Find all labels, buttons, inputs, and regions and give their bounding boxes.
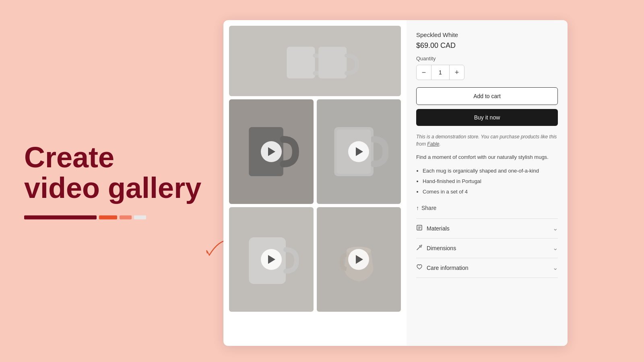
- dimensions-icon: [416, 244, 423, 252]
- progress-seg-3: [120, 216, 132, 220]
- quantity-value: 1: [431, 65, 450, 80]
- play-triangle-3: [268, 255, 275, 264]
- accordion-dimensions-left: Dimensions: [416, 244, 456, 252]
- add-to-cart-button[interactable]: Add to cart: [416, 87, 558, 105]
- play-triangle-1: [268, 147, 275, 156]
- dimensions-label: Dimensions: [427, 245, 456, 251]
- accordion-care: Care information ⌄: [416, 258, 558, 278]
- svg-rect-1: [318, 47, 347, 79]
- care-icon: [416, 264, 423, 272]
- product-description: Find a moment of comfort with our natura…: [416, 153, 558, 161]
- progress-seg-1: [24, 216, 97, 220]
- play-button-3[interactable]: [261, 249, 282, 270]
- share-button[interactable]: ↑ Share: [416, 205, 436, 211]
- heading-line2: video gallery: [24, 172, 201, 204]
- materials-label: Materials: [427, 225, 450, 232]
- product-variant: Speckled White: [416, 31, 558, 38]
- quantity-label: Quantity: [416, 56, 558, 62]
- share-label: Share: [421, 205, 436, 211]
- product-info-panel: Speckled White $69.00 CAD Quantity − 1 +…: [407, 20, 568, 346]
- mug-illustration-top: [255, 36, 375, 86]
- accordion-dimensions: Dimensions ⌄: [416, 239, 558, 258]
- gallery-row-2: [229, 207, 401, 312]
- accordion-care-left: Care information: [416, 264, 469, 272]
- accordion-materials-header[interactable]: Materials ⌄: [416, 219, 558, 238]
- gallery-cell-1[interactable]: [229, 99, 314, 204]
- gallery-row-1: [229, 99, 401, 204]
- play-triangle-4: [356, 255, 363, 264]
- play-button-1[interactable]: [261, 141, 282, 162]
- product-card: Speckled White $69.00 CAD Quantity − 1 +…: [223, 20, 568, 346]
- accordion-materials-left: Materials: [416, 224, 450, 232]
- gallery-top-image: [229, 26, 401, 96]
- gallery-thumb-top: [229, 26, 401, 96]
- materials-chevron: ⌄: [553, 224, 558, 232]
- gallery-cell-4[interactable]: [317, 207, 401, 312]
- gallery-panel: [223, 20, 407, 346]
- quantity-control: − 1 +: [416, 65, 464, 80]
- care-chevron: ⌄: [553, 264, 558, 272]
- main-heading: Create video gallery: [24, 142, 225, 203]
- materials-icon: [416, 224, 423, 232]
- demo-notice: This is a demonstration store. You can p…: [416, 133, 558, 148]
- accordion-care-header[interactable]: Care information ⌄: [416, 258, 558, 278]
- product-features: Each mug is organically shaped and one-o…: [416, 166, 558, 197]
- accordion-materials: Materials ⌄: [416, 219, 558, 239]
- play-button-4[interactable]: [348, 249, 369, 270]
- heading-line1: Create: [24, 141, 114, 173]
- care-label: Care information: [427, 265, 469, 271]
- svg-rect-0: [287, 47, 315, 79]
- gallery-cell-2[interactable]: [317, 99, 401, 204]
- product-price: $69.00 CAD: [416, 41, 558, 50]
- dimensions-chevron: ⌄: [553, 244, 558, 252]
- progress-seg-4: [134, 216, 146, 220]
- gallery-cell-3[interactable]: [229, 207, 314, 312]
- buy-now-button[interactable]: Buy it now: [416, 109, 558, 126]
- play-button-2[interactable]: [348, 141, 369, 162]
- feature-2: Hand-finished in Portugal: [423, 177, 558, 186]
- share-icon: ↑: [416, 205, 419, 211]
- feature-3: Comes in a set of 4: [423, 187, 558, 196]
- play-triangle-2: [356, 147, 363, 156]
- feature-1: Each mug is organically shaped and one-o…: [423, 166, 558, 175]
- quantity-increase-button[interactable]: +: [450, 65, 464, 80]
- quantity-decrease-button[interactable]: −: [417, 65, 431, 80]
- left-panel: Create video gallery: [24, 142, 225, 219]
- fable-link[interactable]: Fable: [427, 141, 439, 147]
- accordion-dimensions-header[interactable]: Dimensions ⌄: [416, 239, 558, 258]
- progress-seg-2: [99, 216, 117, 220]
- progress-bar: [24, 216, 225, 220]
